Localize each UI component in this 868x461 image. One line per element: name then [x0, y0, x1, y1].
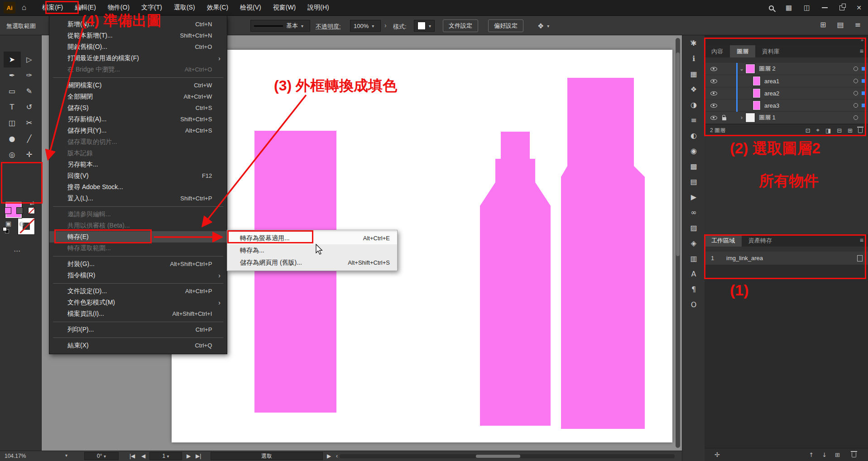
- layer-thumbnail[interactable]: [753, 101, 760, 110]
- layer-thumbnail[interactable]: [746, 113, 755, 122]
- status-expand-chevron[interactable]: ‹: [336, 453, 338, 459]
- artboards-icon[interactable]: ▦: [682, 66, 705, 81]
- next-artboard-button[interactable]: ▶: [187, 453, 191, 459]
- file-menu-item[interactable]: 在 Bridge 中瀏覽... Alt+Ctrl+O ›: [49, 64, 227, 75]
- stroke-style-dropdown[interactable]: 基本 ▾: [250, 20, 310, 32]
- export-submenu-item[interactable]: 儲存為網頁用 (舊版)... Alt+Shift+Ctrl+S: [227, 257, 397, 269]
- color-button[interactable]: [5, 207, 11, 214]
- opacity-expand-chevron[interactable]: ›: [384, 22, 387, 29]
- expand-chevron-icon[interactable]: [738, 66, 746, 72]
- document-setup-button[interactable]: 文件設定: [443, 19, 478, 32]
- previous-artboard-button[interactable]: ◀: [141, 453, 145, 459]
- info-icon[interactable]: ℹ: [682, 51, 705, 66]
- panel-tab[interactable]: 工作區域: [705, 234, 742, 247]
- opentype-icon[interactable]: O: [682, 297, 705, 312]
- last-artboard-button[interactable]: ▶|: [196, 453, 201, 459]
- file-menu-item[interactable]: 全部關閉 Alt+Ctrl+W ›: [49, 91, 227, 102]
- file-menu-item[interactable]: 列印(P)... Ctrl+P ›: [49, 324, 227, 335]
- paragraph-icon[interactable]: ¶: [682, 281, 705, 297]
- type-tool[interactable]: T: [4, 99, 21, 115]
- layer-name[interactable]: area3: [764, 102, 854, 109]
- gradient-button[interactable]: [16, 207, 23, 214]
- new-sublayer-icon[interactable]: ⊟: [837, 127, 842, 134]
- selection-tool[interactable]: ➤: [4, 52, 21, 67]
- eraser-tool[interactable]: ◫: [4, 115, 21, 131]
- new-layer-icon[interactable]: ⊞: [848, 127, 853, 134]
- layer-row[interactable]: area3: [705, 100, 868, 112]
- export-submenu-item[interactable]: 轉存為螢幕適用... Alt+Ctrl+E: [227, 232, 397, 244]
- file-menu-item[interactable]: 打開最近使用過的檔案(F) ›: [49, 52, 227, 64]
- menu-bar-item[interactable]: 檢視(V): [234, 0, 267, 15]
- layer-name[interactable]: area1: [764, 78, 854, 85]
- rotation-control[interactable]: 0° ▾: [84, 452, 119, 460]
- artboards-panel-menu-icon[interactable]: ≡: [860, 237, 863, 244]
- artboard-row[interactable]: 1 img_link_area: [705, 252, 868, 265]
- rotate-tool[interactable]: ↺: [21, 99, 38, 115]
- menu-bar-item[interactable]: 效果(C): [201, 0, 234, 15]
- restore-button[interactable]: [839, 5, 844, 10]
- visibility-eye-icon[interactable]: [710, 104, 717, 108]
- gradient-icon[interactable]: ▥: [682, 251, 705, 266]
- asset-export-icon[interactable]: ▨: [682, 220, 705, 235]
- panel-tab[interactable]: 圖層: [730, 45, 755, 57]
- target-circle-icon[interactable]: [854, 67, 858, 71]
- blob-brush-tool[interactable]: ●: [4, 131, 21, 147]
- expand-chevron-icon[interactable]: [738, 114, 746, 121]
- file-menu-item[interactable]: 儲存拷貝(Y)... Alt+Ctrl+S ›: [49, 125, 227, 136]
- file-menu-item[interactable]: 從範本新增(T)... Shift+Ctrl+N ›: [49, 30, 227, 41]
- artboard-name[interactable]: img_link_area: [726, 255, 857, 261]
- file-menu-item[interactable]: 開啟舊檔(O)... Ctrl+O ›: [49, 41, 227, 52]
- search-icon[interactable]: [769, 5, 774, 10]
- visibility-eye-icon[interactable]: [710, 79, 717, 83]
- locate-object-icon[interactable]: ⌖: [816, 127, 820, 134]
- artboard-navigation-dropdown[interactable]: 1 ▾: [149, 452, 182, 460]
- zoom-tool[interactable]: ◎: [4, 147, 21, 162]
- appearance-icon[interactable]: ◉: [682, 143, 705, 158]
- panel-tab[interactable]: 資料庫: [755, 45, 786, 57]
- rearrange-artboards-icon[interactable]: ✢: [715, 451, 809, 458]
- visibility-eye-icon[interactable]: [710, 116, 717, 120]
- visibility-eye-icon[interactable]: [710, 67, 717, 71]
- collapse-dock-icon[interactable]: »: [861, 37, 863, 43]
- pencil-tool[interactable]: ✎: [21, 83, 38, 99]
- file-menu-item[interactable]: 儲存選取的切片... ›: [49, 136, 227, 147]
- curvature-tool[interactable]: ✑: [21, 67, 38, 83]
- arrange-documents-icon[interactable]: ▦: [786, 4, 792, 12]
- align-panel-icon[interactable]: ⊞: [820, 20, 826, 29]
- default-fill-stroke-icon[interactable]: [3, 227, 9, 233]
- file-menu-item[interactable]: 共用以供審核 (Beta)... ›: [49, 220, 227, 231]
- hand-tool[interactable]: ✛: [21, 147, 38, 162]
- panel-tab[interactable]: 內容: [705, 45, 730, 57]
- layer-thumbnail[interactable]: [753, 89, 760, 98]
- status-play-icon[interactable]: ▶: [327, 453, 331, 459]
- file-menu-item[interactable]: 置入(L)... Shift+Ctrl+P ›: [49, 193, 227, 204]
- rectangle-tool[interactable]: ▭: [4, 83, 21, 99]
- layer-row[interactable]: 圖層 2: [705, 63, 868, 75]
- first-artboard-button[interactable]: |◀: [129, 453, 135, 459]
- menu-bar-item[interactable]: 說明(H): [302, 0, 335, 15]
- horizontal-scrollbar[interactable]: [340, 454, 675, 458]
- line-segment-tool[interactable]: ╱: [21, 131, 38, 147]
- layer-name[interactable]: 圖層 2: [759, 65, 854, 73]
- clipping-mask-icon[interactable]: ◨: [825, 127, 831, 134]
- scissors-tool[interactable]: ✂: [21, 115, 38, 131]
- horizontal-scrollbar-thumb[interactable]: [476, 455, 520, 458]
- file-menu-item[interactable]: 結束(X) Ctrl+Q ›: [49, 340, 227, 351]
- file-menu-item[interactable]: 文件設定(D)... Alt+Ctrl+P ›: [49, 285, 227, 297]
- pattern-icon[interactable]: ▩: [682, 158, 705, 174]
- file-menu-item[interactable]: 回復(V) F12 ›: [49, 170, 227, 181]
- preferences-button[interactable]: 偏好設定: [488, 19, 523, 32]
- home-icon[interactable]: ⌂: [22, 3, 26, 12]
- menu-bar-item[interactable]: 選取(S): [168, 0, 201, 15]
- color-icon[interactable]: ◑: [682, 97, 705, 112]
- transparency-icon[interactable]: ◐: [682, 128, 705, 143]
- lock-icon[interactable]: [722, 117, 726, 120]
- opacity-label[interactable]: 不透明度:: [316, 23, 341, 31]
- file-menu-item[interactable]: 封裝(G)... Alt+Shift+Ctrl+P ›: [49, 258, 227, 270]
- layer-row[interactable]: area1: [705, 75, 868, 87]
- layer-row[interactable]: 圖層 1: [705, 112, 868, 124]
- swap-fill-stroke-icon[interactable]: ⇄: [30, 200, 34, 206]
- target-circle-icon[interactable]: [854, 115, 858, 120]
- layers-panel-menu-icon[interactable]: ≡: [860, 48, 863, 55]
- menu-bar-item[interactable]: 視窗(W): [267, 0, 302, 15]
